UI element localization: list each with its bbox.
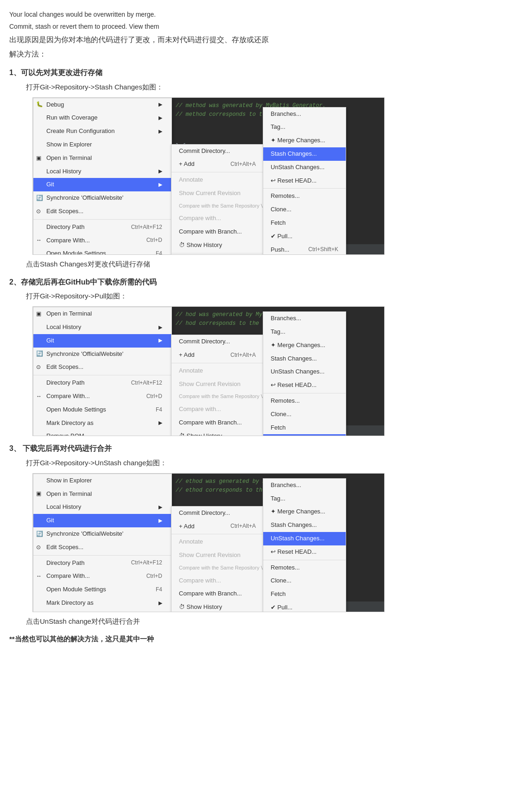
- menu-item-local-history[interactable]: Local History ▶: [33, 165, 171, 178]
- arrow-icon-4: ▶: [158, 167, 162, 176]
- compare-icon-2: ↔: [36, 392, 42, 401]
- repo-stash[interactable]: Stash Changes...: [263, 147, 346, 161]
- sub2-annotate[interactable]: Annotate: [171, 364, 263, 378]
- menu3-module-settings[interactable]: Open Module Settings F4: [33, 583, 171, 596]
- sub2-show-history[interactable]: ⏱ Show History: [171, 430, 263, 437]
- repo-remotes[interactable]: Remotes...: [263, 190, 346, 203]
- sub-sep-1: [171, 172, 263, 172]
- menu2-synchronize[interactable]: 🔄 Synchronize 'OfficialWebsite': [33, 348, 171, 361]
- sub2-compare-with[interactable]: Compare with...: [171, 403, 263, 416]
- git-submenu-1: Commit Directory... + Add Ctrl+Alt+A Ann…: [171, 144, 264, 255]
- repo3-reset[interactable]: ↩ Reset HEAD...: [263, 545, 346, 559]
- scope-icon-3: ⊙: [36, 543, 41, 552]
- menu-item-dir-path[interactable]: Directory Path Ctrl+Alt+F12: [33, 221, 171, 234]
- sub2-compare-same[interactable]: Compare with the Same Repository Version: [171, 391, 263, 403]
- sub3-show-history[interactable]: ⏱ Show History: [171, 601, 263, 612]
- menu3-remove-bom[interactable]: Remove BOM: [33, 610, 171, 612]
- sub-compare-with[interactable]: Compare with...: [171, 212, 263, 225]
- sub3-compare-branch[interactable]: Compare with Branch...: [171, 587, 263, 601]
- repo2-fetch[interactable]: Fetch: [263, 421, 346, 435]
- menu2-compare[interactable]: ↔ Compare With... Ctrl+D: [33, 390, 171, 403]
- repo-clone[interactable]: Clone...: [263, 203, 346, 216]
- repo3-remotes[interactable]: Remotes...: [263, 561, 346, 575]
- sub-show-current[interactable]: Show Current Revision: [171, 187, 263, 200]
- menu3-compare[interactable]: ↔ Compare With... Ctrl+D: [33, 570, 171, 583]
- sub-revert[interactable]: ↩ Revert... Ctrl+Alt+Z: [171, 254, 263, 255]
- sub-commit-dir[interactable]: Commit Directory...: [171, 145, 263, 158]
- sub3-annotate[interactable]: Annotate: [171, 535, 263, 549]
- sub-show-history[interactable]: ⏱ Show History: [171, 239, 263, 252]
- sub3-compare-with[interactable]: Compare with...: [171, 574, 263, 588]
- repo2-remotes[interactable]: Remotes...: [263, 394, 346, 408]
- menu-item-compare[interactable]: ↔ Compare With... Ctrl+D: [33, 234, 171, 247]
- repo2-branches[interactable]: Branches...: [263, 312, 346, 325]
- menu3-synchronize[interactable]: 🔄 Synchronize 'OfficialWebsite': [33, 527, 171, 541]
- menu-item-debug[interactable]: 🐛 Debug ▶: [33, 98, 171, 112]
- menu3-dir-path[interactable]: Directory Path Ctrl+Alt+F12: [33, 557, 171, 570]
- menu2-mark-dir[interactable]: Mark Directory as ▶: [33, 417, 171, 430]
- repo2-stash[interactable]: Stash Changes...: [263, 352, 346, 366]
- repo2-merge[interactable]: ✦ Merge Changes...: [263, 339, 346, 352]
- arrow-icon: ▶: [158, 101, 162, 109]
- sub-compare-branch[interactable]: Compare with Branch...: [171, 225, 263, 239]
- screenshot-1: // method was generated by MyBatis Gener…: [32, 97, 385, 255]
- repo3-sep: [263, 560, 346, 560]
- repo3-stash[interactable]: Stash Changes...: [263, 519, 346, 532]
- menu-item-module-settings[interactable]: Open Module Settings F4: [33, 247, 171, 254]
- intro-line3: 出现原因是因为你对本地的代码进行了更改，而未对代码进行提交、存放或还原: [9, 34, 408, 46]
- repo3-merge[interactable]: ✦ Merge Changes...: [263, 505, 346, 519]
- repo-reset[interactable]: ↩ Reset HEAD...: [263, 174, 346, 188]
- repo2-tag[interactable]: Tag...: [263, 325, 346, 339]
- repo3-pull[interactable]: ✔ Pull...: [263, 601, 346, 612]
- sub2-commit-dir[interactable]: Commit Directory...: [171, 335, 263, 348]
- menu3-local-history[interactable]: Local History ▶: [33, 500, 171, 514]
- menu-item-show-explorer[interactable]: Show in Explorer: [33, 138, 171, 152]
- menu2-dir-path[interactable]: Directory Path Ctrl+Alt+F12: [33, 376, 171, 390]
- repo-unstash[interactable]: UnStash Changes...: [263, 161, 346, 174]
- sub3-show-current[interactable]: Show Current Revision: [171, 549, 263, 562]
- repo-merge[interactable]: ✦ Merge Changes...: [263, 134, 346, 147]
- menu3-git[interactable]: Git ▶: [33, 514, 171, 527]
- repo2-reset[interactable]: ↩ Reset HEAD...: [263, 379, 346, 392]
- repo3-fetch[interactable]: Fetch: [263, 588, 346, 601]
- repo3-unstash[interactable]: UnStash Changes...: [263, 532, 346, 545]
- sub3-commit-dir[interactable]: Commit Directory...: [171, 506, 263, 520]
- menu-item-run-coverage[interactable]: Run with Coverage ▶: [33, 111, 171, 125]
- sub2-add[interactable]: + Add Ctrl+Alt+A: [171, 348, 263, 362]
- sub2-show-current[interactable]: Show Current Revision: [171, 378, 263, 391]
- menu3-mark-dir[interactable]: Mark Directory as ▶: [33, 596, 171, 610]
- menu-item-create-run[interactable]: Create Run Configuration ▶: [33, 125, 171, 138]
- menu3-open-terminal[interactable]: ▣ Open in Terminal: [33, 487, 171, 501]
- repo-pull[interactable]: ✔ Pull...: [263, 230, 346, 243]
- repo-branches[interactable]: Branches...: [263, 108, 346, 121]
- menu2-edit-scopes[interactable]: ⊙ Edit Scopes...: [33, 361, 171, 374]
- repo-tag[interactable]: Tag...: [263, 120, 346, 134]
- menu3-edit-scopes[interactable]: ⊙ Edit Scopes...: [33, 541, 171, 554]
- menu-item-git[interactable]: Git ▶: [33, 178, 171, 191]
- menu-item-open-terminal[interactable]: ▣ Open in Terminal: [33, 152, 171, 165]
- repo3-branches[interactable]: Branches...: [263, 479, 346, 492]
- repo2-pull[interactable]: Pull...: [263, 434, 346, 436]
- repo-push[interactable]: Push... Ctrl+Shift+K: [263, 243, 346, 255]
- menu-item-edit-scopes[interactable]: ⊙ Edit Scopes...: [33, 205, 171, 218]
- menu2-open-terminal[interactable]: ▣ Open in Terminal: [33, 307, 171, 321]
- sub-compare-same[interactable]: Compare with the Same Repository Version: [171, 200, 263, 212]
- repo-fetch[interactable]: Fetch: [263, 216, 346, 230]
- menu2-local-history[interactable]: Local History ▶: [33, 321, 171, 334]
- sub-annotate[interactable]: Annotate: [171, 173, 263, 187]
- menu-item-synchronize[interactable]: 🔄 Synchronize 'OfficialWebsite': [33, 191, 171, 205]
- sub2-compare-branch[interactable]: Compare with Branch...: [171, 416, 263, 430]
- repo3-clone[interactable]: Clone...: [263, 574, 346, 588]
- menu2-module-settings[interactable]: Open Module Settings F4: [33, 403, 171, 417]
- terminal-icon: ▣: [36, 154, 41, 163]
- sync-icon-2: 🔄: [36, 349, 43, 358]
- repo2-unstash[interactable]: UnStash Changes...: [263, 365, 346, 379]
- sub3-compare-same[interactable]: Compare with the Same Repository Version: [171, 562, 263, 574]
- repo2-clone[interactable]: Clone...: [263, 408, 346, 421]
- menu2-remove-bom[interactable]: Remove BOM: [33, 430, 171, 436]
- menu3-show-explorer[interactable]: Show in Explorer: [33, 474, 171, 487]
- repo3-tag[interactable]: Tag...: [263, 492, 346, 506]
- menu2-git[interactable]: Git ▶: [33, 334, 171, 348]
- sub3-add[interactable]: + Add Ctrl+Alt+A: [171, 520, 263, 533]
- sub-add[interactable]: + Add Ctrl+Alt+A: [171, 158, 263, 171]
